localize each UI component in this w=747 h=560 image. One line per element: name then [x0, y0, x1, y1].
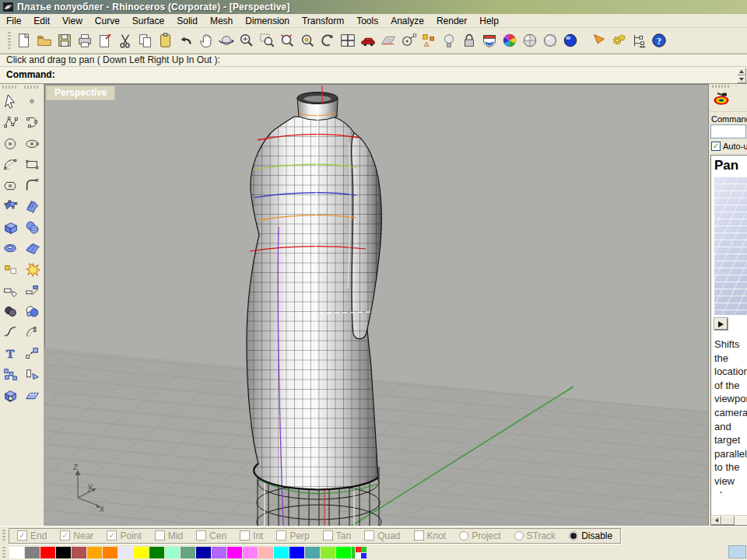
auto-update-checkbox[interactable]: ✓ — [711, 142, 721, 151]
menu-item-render[interactable]: Render — [430, 15, 473, 27]
set-view-icon[interactable] — [398, 30, 419, 51]
menu-item-solid[interactable]: Solid — [170, 15, 204, 27]
dimension-settings-icon[interactable] — [629, 30, 649, 51]
osnap-tan-checkbox[interactable]: Tan — [323, 530, 351, 541]
color-swatch-13[interactable] — [212, 547, 226, 558]
fillet-corner-curve-icon[interactable] — [22, 175, 43, 196]
color-swatch-3[interactable] — [56, 547, 71, 558]
osnap-end-checkbox[interactable]: ✓ — [17, 530, 27, 541]
menu-item-view[interactable]: View — [56, 15, 89, 27]
zoom-dynamic-icon[interactable] — [237, 30, 257, 51]
osnap-point-checkbox[interactable]: ✓Point — [107, 530, 141, 541]
color-swatch-6[interactable] — [103, 547, 117, 558]
osnap-cen-checkbox[interactable]: Cen — [196, 530, 226, 541]
boolean-union-icon[interactable] — [0, 301, 21, 322]
notes-cone-icon[interactable] — [588, 30, 608, 51]
pan-hand-icon[interactable] — [196, 30, 216, 51]
menu-item-transform[interactable]: Transform — [296, 15, 350, 27]
help-search-input[interactable] — [710, 124, 746, 138]
cplane-grid-icon[interactable] — [378, 30, 398, 51]
open-icon[interactable] — [34, 30, 54, 51]
osnap-disable-radio[interactable] — [569, 531, 578, 541]
color-swatch-2[interactable] — [40, 547, 55, 558]
polygon-icon[interactable] — [0, 175, 21, 196]
color-swatch-0[interactable] — [9, 547, 24, 558]
osnap-project-radio[interactable] — [459, 531, 468, 541]
color-swatch-17[interactable] — [274, 547, 289, 558]
menu-item-surface[interactable]: Surface — [126, 15, 170, 27]
zoom-selected-icon[interactable] — [297, 30, 317, 51]
offset-curve-icon[interactable] — [22, 322, 43, 343]
color-swatch-21[interactable] — [336, 547, 351, 558]
boolean-difference-icon[interactable] — [22, 301, 43, 322]
split-icon[interactable] — [22, 280, 43, 301]
osnap-knot-checkbox[interactable] — [414, 530, 424, 541]
shaded-view-sphere-icon[interactable] — [520, 30, 540, 51]
surface-control-points-icon[interactable] — [0, 196, 21, 217]
color-swatch-19[interactable] — [305, 547, 320, 558]
cut-icon[interactable] — [115, 30, 135, 51]
text-icon[interactable]: T — [0, 343, 21, 364]
color-swatch-9[interactable] — [149, 547, 164, 558]
undo-icon[interactable] — [176, 30, 196, 51]
array-icon[interactable] — [22, 364, 43, 385]
osnap-disable-radio[interactable]: Disable — [569, 530, 612, 541]
osnap-int-checkbox[interactable]: Int — [240, 530, 263, 541]
analyze-rainbow-icon[interactable] — [712, 89, 731, 107]
group-blocks-icon[interactable] — [0, 364, 21, 385]
play-button[interactable] — [714, 318, 728, 330]
layer-lamp-icon[interactable] — [439, 30, 459, 51]
menu-item-file[interactable]: File — [0, 15, 27, 27]
color-swatch-7[interactable] — [118, 547, 133, 558]
copy-icon[interactable] — [135, 30, 156, 51]
menu-item-dimension[interactable]: Dimension — [239, 15, 296, 27]
circle-icon[interactable] — [0, 133, 21, 154]
panel-drag-handle[interactable] — [712, 85, 729, 88]
extrude-solid-icon[interactable] — [0, 385, 21, 406]
loft-surface-icon[interactable] — [22, 196, 43, 217]
render-mesh-sphere-icon[interactable] — [540, 30, 560, 51]
zoom-window-icon[interactable] — [257, 30, 277, 51]
color-wheel-icon[interactable] — [500, 30, 520, 51]
color-swatch-15[interactable] — [243, 547, 258, 558]
viewport-tab-perspective[interactable]: Perspective — [46, 86, 115, 100]
osnap-quad-checkbox[interactable]: Quad — [364, 530, 400, 541]
torus-icon[interactable] — [0, 238, 21, 259]
palette-drag-handle[interactable] — [2, 86, 16, 89]
spinner-down-icon[interactable] — [737, 75, 746, 83]
osnap-near-checkbox[interactable]: ✓Near — [60, 530, 93, 541]
render-preview-sphere-icon[interactable] — [560, 30, 580, 51]
menu-item-mesh[interactable]: Mesh — [204, 15, 239, 27]
arc-icon[interactable] — [0, 154, 21, 175]
color-swatch-5[interactable] — [87, 547, 102, 558]
osnap-int-checkbox[interactable] — [240, 530, 250, 541]
osnap-perp-checkbox[interactable]: Perp — [276, 530, 309, 541]
menu-item-edit[interactable]: Edit — [27, 15, 56, 27]
osnap-strack-radio[interactable] — [514, 531, 524, 541]
osnap-strack-radio[interactable]: STrack — [514, 530, 556, 541]
osnap-tan-checkbox[interactable] — [323, 530, 333, 541]
osnap-quad-checkbox[interactable] — [364, 530, 374, 541]
osnap-project-radio[interactable]: Project — [459, 530, 500, 541]
osnap-objects-icon[interactable] — [419, 30, 439, 51]
paste-icon[interactable] — [156, 30, 176, 51]
osnap-near-checkbox[interactable]: ✓ — [60, 530, 70, 541]
render-shield-icon[interactable] — [479, 30, 500, 51]
hatch-section-icon[interactable] — [22, 385, 43, 406]
osnap-point-checkbox[interactable]: ✓ — [107, 530, 117, 541]
named-views-car-icon[interactable] — [358, 30, 378, 51]
color-swatch-8[interactable] — [134, 547, 149, 558]
help-icon[interactable]: ? — [649, 30, 669, 51]
patch-surface-icon[interactable] — [22, 238, 43, 259]
osnap-end-checkbox[interactable]: ✓End — [17, 530, 47, 541]
more-colors-swatch[interactable] — [352, 547, 366, 558]
trim-icon[interactable] — [0, 280, 21, 301]
scale-move-icon[interactable] — [22, 343, 43, 364]
palette-drag-handle[interactable] — [2, 547, 5, 558]
box-icon[interactable] — [0, 217, 21, 238]
save-icon[interactable] — [54, 30, 75, 51]
sphere-icon[interactable] — [22, 217, 43, 238]
print-icon[interactable] — [75, 30, 95, 51]
osnap-mid-checkbox[interactable] — [155, 530, 165, 541]
osnap-perp-checkbox[interactable] — [276, 530, 286, 541]
